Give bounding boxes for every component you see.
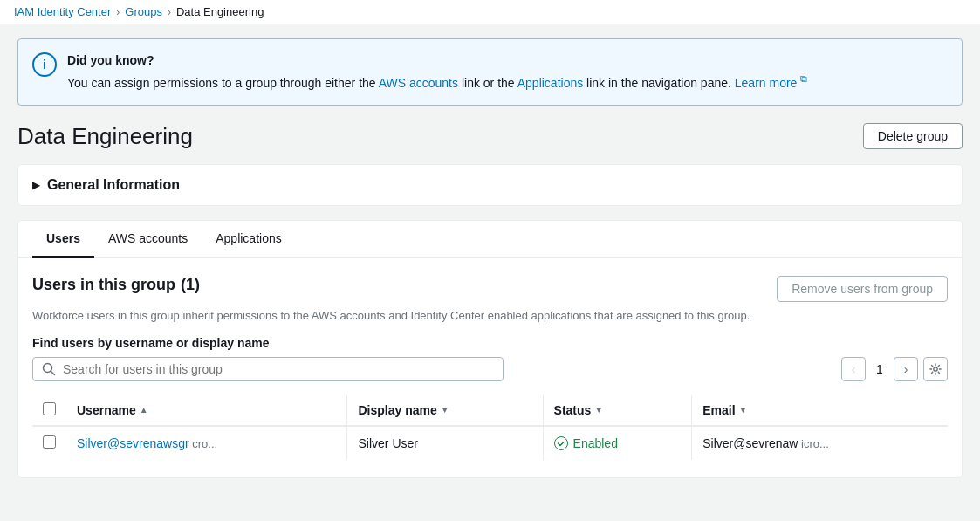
th-display-name[interactable]: Display name ▼ <box>347 395 543 426</box>
table-settings-button[interactable] <box>923 357 948 381</box>
select-all-checkbox[interactable] <box>43 402 56 415</box>
remove-users-button[interactable]: Remove users from group <box>777 276 948 302</box>
applications-link[interactable]: Applications <box>517 76 584 90</box>
find-users-label: Find users by username or display name <box>32 336 948 350</box>
general-info-title: General Information <box>47 177 180 193</box>
info-banner-content: Did you know? You can assign permissions… <box>67 51 948 93</box>
breadcrumb: IAM Identity Center › Groups › Data Engi… <box>0 0 980 24</box>
users-section-header: Users in this group (1) Remove users fro… <box>32 276 948 302</box>
check-circle-icon <box>554 436 568 450</box>
pagination-current-page: 1 <box>871 362 888 376</box>
users-section-title-row: Users in this group (1) <box>32 276 200 294</box>
info-banner-text: You can assign permissions to a group th… <box>67 72 948 93</box>
tab-applications[interactable]: Applications <box>202 221 296 258</box>
page-title: Data Engineering <box>17 123 193 150</box>
general-info-section: ▶ General Information <box>17 164 963 206</box>
breadcrumb-current: Data Engineering <box>176 5 264 18</box>
general-info-header[interactable]: ▶ General Information <box>18 165 962 205</box>
external-link-icon: ⧉ <box>800 73 807 84</box>
pagination-next-button[interactable]: › <box>894 357 918 381</box>
th-status[interactable]: Status ▼ <box>543 395 692 426</box>
row-checkbox[interactable] <box>43 435 56 449</box>
info-icon: i <box>32 52 57 77</box>
table-row: Silver@sevrenawsgr cro... Silver User En… <box>32 426 948 460</box>
gear-icon <box>929 363 942 375</box>
status-cell: Enabled <box>543 426 692 460</box>
users-section-subtitle: Workforce users in this group inherit pe… <box>32 309 948 322</box>
email-cell: Silver@sevrenaw icro... <box>692 426 948 460</box>
page-header: Data Engineering Delete group <box>17 123 963 150</box>
learn-more-link[interactable]: Learn more ⧉ <box>735 76 807 90</box>
th-username[interactable]: Username ▲ <box>66 395 347 426</box>
tab-content-users: Users in this group (1) Remove users fro… <box>18 258 962 477</box>
pagination-prev-button[interactable]: ‹ <box>841 357 866 381</box>
delete-group-button[interactable]: Delete group <box>863 123 963 149</box>
display-name-cell: Silver User <box>347 426 543 460</box>
pagination-controls: ‹ 1 › <box>841 357 948 381</box>
search-icon <box>42 362 56 376</box>
info-text-1: You can assign permissions to a group th… <box>67 76 379 90</box>
breadcrumb-groups[interactable]: Groups <box>125 5 162 18</box>
th-select-all[interactable] <box>32 395 66 426</box>
breadcrumb-iam[interactable]: IAM Identity Center <box>14 5 111 18</box>
svg-point-2 <box>934 367 937 370</box>
svg-point-3 <box>554 436 567 449</box>
search-row: ‹ 1 › <box>32 357 948 381</box>
users-section-title: Users in this group <box>32 276 175 294</box>
tab-users[interactable]: Users <box>32 221 94 258</box>
breadcrumb-sep-1: › <box>116 6 120 18</box>
row-checkbox-cell[interactable] <box>32 426 66 460</box>
svg-line-1 <box>51 371 55 374</box>
search-input-wrapper[interactable] <box>32 357 504 381</box>
display-name-sort-icon: ▼ <box>441 405 449 415</box>
status-text: Enabled <box>573 436 618 450</box>
tabs-header: Users AWS accounts Applications <box>18 221 962 258</box>
breadcrumb-sep-2: › <box>168 6 171 18</box>
info-banner-title: Did you know? <box>67 51 948 70</box>
info-text-2: link or the <box>458 76 517 90</box>
aws-accounts-link[interactable]: AWS accounts <box>379 76 458 90</box>
collapse-arrow-icon: ▶ <box>32 179 40 191</box>
users-table: Username ▲ Display name ▼ <box>32 395 948 460</box>
email-sort-icon: ▼ <box>739 405 748 415</box>
search-input[interactable] <box>63 362 494 376</box>
info-banner: i Did you know? You can assign permissio… <box>17 38 963 106</box>
status-enabled: Enabled <box>554 436 682 450</box>
users-section-title-block: Users in this group (1) <box>32 276 200 294</box>
username-cell: Silver@sevrenawsgr cro... <box>66 426 347 460</box>
tab-aws-accounts[interactable]: AWS accounts <box>94 221 202 258</box>
th-email[interactable]: Email ▼ <box>692 395 948 426</box>
status-sort-icon: ▼ <box>594 405 603 415</box>
username-link[interactable]: Silver@sevrenawsgr cro... <box>77 436 217 450</box>
info-text-3: link in the navigation pane. <box>583 76 731 90</box>
username-sort-icon: ▲ <box>140 405 148 415</box>
users-count-badge: (1) <box>181 276 200 294</box>
tabs-container: Users AWS accounts Applications Users in… <box>17 220 963 478</box>
